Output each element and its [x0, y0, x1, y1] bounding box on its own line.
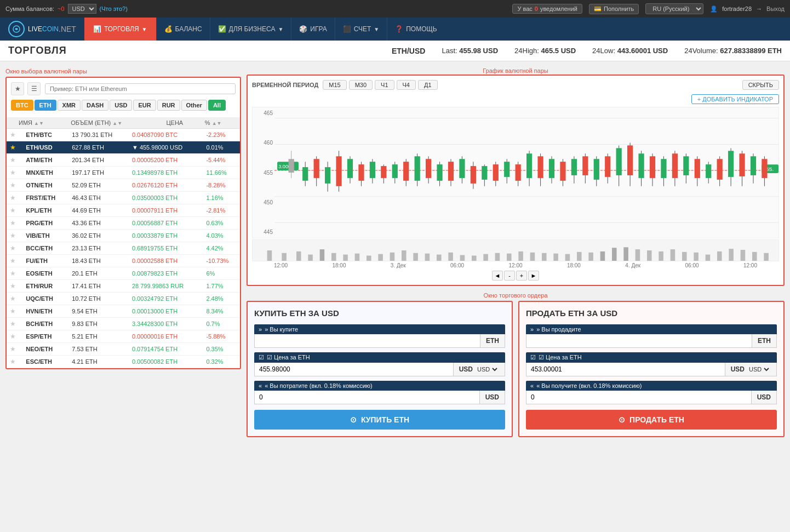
zoom-out[interactable]: -: [504, 271, 515, 281]
sell-amount-input[interactable]: [526, 334, 752, 347]
star-cell[interactable]: ★: [7, 267, 22, 280]
th-volume[interactable]: ОБЪЕМ (ETH) ▲▼: [67, 117, 163, 129]
zoom-right[interactable]: ►: [528, 271, 539, 281]
table-row[interactable]: ★ UQC/ETH 10.72 ETH 0.00324792 ETH 2.48%: [7, 293, 240, 305]
tab-btc[interactable]: BTC: [11, 100, 33, 111]
star-cell[interactable]: ★: [7, 154, 22, 167]
pair-selector-label: Окно выбора валютной пары: [5, 67, 241, 77]
sell-receive-currency: USD: [751, 391, 776, 404]
tab-eth[interactable]: ETH: [35, 100, 56, 111]
change-cell: 8.34%: [203, 305, 240, 318]
notifications-button[interactable]: У вас 0 уведомлений: [512, 4, 582, 14]
table-row[interactable]: ★ KPL/ETH 44.69 ETH 0.00007911 ETH -2.81…: [7, 204, 240, 217]
th-name[interactable]: ИМЯ ▲▼: [15, 117, 67, 129]
th-change[interactable]: % ▲▼: [202, 117, 240, 129]
sell-receive-input[interactable]: [526, 391, 751, 404]
buy-button[interactable]: ⊙ КУПИТЬ ETH: [254, 410, 505, 430]
star-cell[interactable]: ★: [7, 141, 22, 154]
list-view-btn[interactable]: ☰: [27, 82, 41, 95]
sell-title: ПРОДАТЬ ETH ЗА USD: [526, 308, 777, 318]
star-cell[interactable]: ★: [7, 305, 22, 318]
tab-eur[interactable]: EUR: [133, 100, 156, 111]
table-row[interactable]: ★ ESP/ETH 5.21 ETH 0.00000016 ETH -5.88%: [7, 330, 240, 343]
table-row[interactable]: ★ BCC/ETH 23.13 ETH 0.68919755 ETH 4.42%: [7, 242, 240, 255]
star-cell[interactable]: ★: [7, 167, 22, 179]
table-row[interactable]: ★ EOS/ETH 20.1 ETH 0.00879823 ETH 6%: [7, 267, 240, 280]
sell-currency-select[interactable]: USDETHBTC: [747, 365, 771, 373]
buy-currency-select[interactable]: USDETHBTC: [475, 365, 499, 373]
sell-price-input[interactable]: [526, 363, 725, 376]
star-cell[interactable]: ★: [7, 129, 22, 141]
table-row[interactable]: ★ FRST/ETH 46.43 ETH 0.03500003 ETH 1.16…: [7, 192, 240, 204]
nav-trading[interactable]: 📊 ТОРГОВЛЯ ▼: [84, 18, 156, 41]
table-row[interactable]: ★ FU/ETH 18.43 ETH 0.00002588 ETH -10.73…: [7, 255, 240, 267]
star-cell[interactable]: ★: [7, 192, 22, 204]
btn-h1[interactable]: Ч1: [375, 80, 394, 90]
zoom-left[interactable]: ◄: [492, 271, 503, 281]
deposit-button[interactable]: 💳 Пополнить: [589, 4, 639, 14]
what-is-this[interactable]: (Что это?): [100, 5, 128, 12]
add-indicator-button[interactable]: + ДОБАВИТЬ ИНДИКАТОР: [691, 94, 779, 104]
table-row[interactable]: ★ OTN/ETH 52.09 ETH 0.02676120 ETH -8.28…: [7, 179, 240, 192]
top-bar-left: Сумма балансов: ~0 USDEURBTC (Что это?): [5, 4, 128, 14]
tab-all[interactable]: All: [208, 100, 226, 111]
btn-d1[interactable]: Д1: [418, 80, 438, 90]
table-row[interactable]: ★ ETH/BTC 13 790.31 ETH 0.04087090 BTC -…: [7, 129, 240, 141]
volume-cell: 201.34 ETH: [68, 154, 129, 167]
table-row[interactable]: ★ MNX/ETH 197.17 ETH 0.13498978 ETH 11.6…: [7, 167, 240, 179]
nav-game[interactable]: 🎲 ИГРА: [291, 18, 334, 41]
star-cell[interactable]: ★: [7, 217, 22, 230]
btn-m15[interactable]: М15: [323, 80, 346, 90]
table-row[interactable]: ★ ETH/USD 627.88 ETH ▼ 455.98000 USD 0.0…: [7, 141, 240, 154]
table-row[interactable]: ★ VIB/ETH 36.02 ETH 0.00033879 ETH 4.03%: [7, 230, 240, 242]
star-cell[interactable]: ★: [7, 204, 22, 217]
star-cell[interactable]: ★: [7, 356, 22, 368]
table-row[interactable]: ★ NEO/ETH 7.53 ETH 0.07914754 ETH 0.35%: [7, 343, 240, 356]
star-view-btn[interactable]: ★: [11, 82, 24, 95]
table-row[interactable]: ★ BCH/ETH 9.83 ETH 3.34428300 ETH 0.7%: [7, 318, 240, 330]
star-cell[interactable]: ★: [7, 330, 22, 343]
star-cell[interactable]: ★: [7, 255, 22, 267]
nav-help[interactable]: ❓ ПОМОЩЬ: [387, 18, 444, 41]
language-select[interactable]: RU (Русский)EN (English): [645, 3, 703, 14]
star-cell[interactable]: ★: [7, 318, 22, 330]
tab-xmr[interactable]: XMR: [58, 100, 81, 111]
tab-dash[interactable]: DASH: [82, 100, 108, 111]
svg-rect-123: [577, 252, 582, 261]
balance-nav-label: БАЛАНС: [175, 25, 202, 33]
nav-business[interactable]: ✅ ДЛЯ БИЗНЕСА ▼: [210, 18, 291, 41]
star-cell[interactable]: ★: [7, 280, 22, 293]
star-cell[interactable]: ★: [7, 179, 22, 192]
y-445: 445: [253, 229, 273, 235]
buy-amount-input[interactable]: [255, 334, 480, 347]
nav-balance[interactable]: 💰 БАЛАНС: [156, 18, 210, 41]
hide-button[interactable]: СКРЫТЬ: [742, 80, 779, 90]
balance-currency-select[interactable]: USDEURBTC: [68, 4, 96, 14]
buy-price-input[interactable]: [255, 363, 453, 376]
table-row[interactable]: ★ ATM/ETH 201.34 ETH 0.00005200 ETH -5.4…: [7, 154, 240, 167]
table-row[interactable]: ★ ESC/ETH 4.21 ETH 0.00500082 ETH 0.32%: [7, 356, 240, 368]
table-row[interactable]: ★ ETH/RUR 17.41 ETH 28 799.99863 RUR 1.7…: [7, 280, 240, 293]
sell-button[interactable]: ⊙ ПРОДАТЬ ETH: [526, 410, 777, 430]
svg-rect-120: [542, 253, 547, 261]
tab-rur[interactable]: RUR: [157, 100, 180, 111]
star-cell[interactable]: ★: [7, 242, 22, 255]
pair-search-input[interactable]: [45, 83, 236, 94]
btn-m30[interactable]: М30: [349, 80, 373, 90]
nav-account[interactable]: ⬛ СЧЕТ ▼: [335, 18, 387, 41]
th-price[interactable]: ЦЕНА: [163, 117, 201, 129]
btn-h4[interactable]: Ч4: [397, 80, 416, 90]
zoom-in[interactable]: +: [516, 271, 527, 281]
tab-usd[interactable]: USD: [110, 100, 132, 111]
buy-spend-input[interactable]: [255, 391, 479, 404]
star-cell[interactable]: ★: [7, 230, 22, 242]
star-cell[interactable]: ★: [7, 293, 22, 305]
table-row[interactable]: ★ HVN/ETH 9.54 ETH 0.00013000 ETH 8.34%: [7, 305, 240, 318]
exit-button[interactable]: Выход: [766, 5, 785, 12]
table-row[interactable]: ★ PRG/ETH 43.36 ETH 0.00056887 ETH 0.63%: [7, 217, 240, 230]
star-cell[interactable]: ★: [7, 343, 22, 356]
price-cell: ▼ 455.98000 USD: [129, 141, 203, 154]
svg-rect-114: [472, 256, 477, 261]
tab-other[interactable]: Other: [181, 100, 207, 111]
svg-rect-86: [706, 164, 711, 178]
